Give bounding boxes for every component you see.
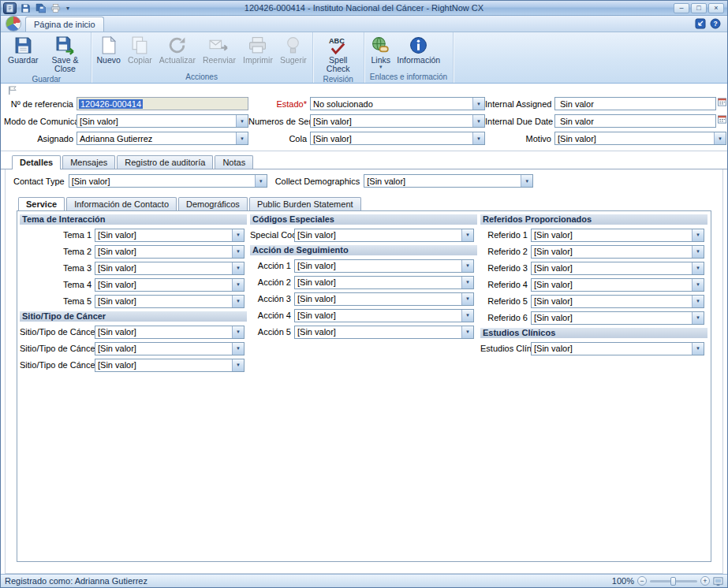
referido-5-dropdown[interactable]: [Sin valor]▼ — [531, 295, 704, 308]
numeros-de-servicio-dropdown[interactable]: [Sin valor]▼ — [310, 114, 485, 128]
estudios-clinicos-dropdown[interactable]: [Sin valor]▼ — [531, 342, 704, 355]
motivo-dropdown[interactable]: [Sin valor]▼ — [554, 132, 726, 145]
ribbon-informacion-button[interactable]: Información — [396, 33, 442, 72]
chevron-down-icon[interactable]: ▼ — [232, 229, 244, 241]
zoom-control: 100% − + — [612, 576, 723, 586]
chevron-down-icon[interactable]: ▼ — [232, 279, 244, 291]
tab-registro-de-auditoria[interactable]: Registro de auditoría — [117, 155, 213, 169]
minimize-button[interactable]: – — [674, 3, 689, 13]
chevron-down-icon[interactable]: ▼ — [461, 293, 473, 305]
modo-de-comunicarse-dropdown[interactable]: [Sin valor]▼ — [77, 114, 248, 128]
close-button[interactable]: × — [708, 3, 724, 13]
asignado-dropdown[interactable]: Adrianna Gutierrez▼ — [77, 132, 248, 145]
options-icon[interactable] — [695, 18, 706, 29]
chevron-down-icon[interactable]: ▼ — [692, 246, 704, 258]
referido-4-dropdown[interactable]: [Sin valor]▼ — [531, 278, 704, 292]
zoom-slider-thumb[interactable] — [670, 577, 676, 586]
help-icon[interactable]: ? — [710, 18, 721, 29]
chevron-down-icon[interactable]: ▼ — [461, 260, 473, 272]
qat-customize-chevron-icon[interactable]: ▾ — [65, 5, 71, 12]
tab-mensajes[interactable]: Mensajes — [62, 155, 115, 169]
zoom-out-button[interactable]: − — [637, 576, 647, 586]
chevron-down-icon[interactable]: ▼ — [714, 132, 726, 144]
save-icon[interactable] — [20, 2, 32, 13]
chevron-down-icon[interactable]: ▼ — [692, 343, 704, 355]
accion-1-dropdown[interactable]: [Sin valor]▼ — [294, 259, 474, 273]
ribbon-save-close-button[interactable]: Save & Close — [43, 33, 88, 74]
chevron-down-icon[interactable]: ▼ — [232, 343, 244, 355]
tabstrip-right-icons: ? — [695, 18, 724, 29]
field-row: Referido 3[Sin valor]▼ — [480, 262, 707, 274]
print-icon[interactable] — [50, 2, 62, 13]
tema-1-dropdown[interactable]: [Sin valor]▼ — [95, 229, 245, 242]
chevron-down-icon[interactable]: ▼ — [692, 296, 704, 307]
chevron-down-icon[interactable]: ▼ — [521, 175, 532, 187]
chevron-down-icon[interactable]: ▼ — [472, 132, 484, 144]
referido-6-dropdown[interactable]: [Sin valor]▼ — [531, 311, 704, 325]
chevron-down-icon[interactable]: ▼ — [232, 326, 244, 338]
cola-dropdown[interactable]: [Sin valor]▼ — [310, 132, 485, 145]
chevron-down-icon[interactable]: ▼ — [232, 296, 244, 307]
chevron-down-icon[interactable]: ▼ — [255, 175, 267, 187]
accion-3-dropdown[interactable]: [Sin valor]▼ — [294, 292, 474, 306]
referido-2-dropdown[interactable]: [Sin valor]▼ — [531, 245, 704, 259]
chevron-down-icon[interactable]: ▼ — [692, 312, 704, 324]
tab-detalles[interactable]: Detalles — [12, 155, 61, 169]
tema-4-dropdown[interactable]: [Sin valor]▼ — [95, 278, 245, 292]
internal-due-date-field[interactable]: Sin valor — [554, 114, 716, 128]
collect-demographics-dropdown[interactable]: [Sin valor]▼ — [364, 174, 533, 188]
field-label: Modo de Comunicarse — [4, 117, 77, 126]
estado-dropdown[interactable]: No solucionado▼ — [310, 97, 485, 110]
internal-assigned-date-field[interactable]: Sin valor — [554, 97, 716, 110]
chevron-down-icon[interactable]: ▼ — [461, 229, 473, 241]
ribbon-guardar-button[interactable]: Guardar — [5, 33, 42, 74]
reference-number-field[interactable]: 120426-000414 — [77, 97, 248, 110]
tema-2-dropdown[interactable]: [Sin valor]▼ — [95, 245, 245, 259]
chevron-down-icon[interactable]: ▼ — [232, 246, 244, 258]
calendar-icon[interactable] — [718, 115, 726, 127]
chevron-down-icon[interactable]: ▼ — [472, 98, 484, 110]
accion-4-dropdown[interactable]: [Sin valor]▼ — [294, 309, 474, 322]
chevron-down-icon[interactable]: ▼ — [232, 262, 244, 274]
tab-notas[interactable]: Notas — [215, 155, 253, 169]
maximize-button[interactable]: □ — [691, 3, 707, 13]
zoom-in-button[interactable]: + — [700, 576, 710, 586]
tab-demograficos[interactable]: Demográficos — [178, 197, 248, 210]
dropdown-value: [Sin valor] — [95, 326, 232, 338]
calendar-icon[interactable] — [718, 98, 726, 110]
ribbon-links-button[interactable]: Links▾ — [367, 33, 395, 72]
save-all-icon[interactable] — [35, 2, 47, 13]
referido-3-dropdown[interactable]: [Sin valor]▼ — [531, 262, 704, 275]
tema-3-dropdown[interactable]: [Sin valor]▼ — [95, 262, 245, 275]
chevron-down-icon[interactable]: ▼ — [692, 262, 704, 274]
accion-5-dropdown[interactable]: [Sin valor]▼ — [294, 326, 474, 339]
service-column-3: Referidos ProporcionadosReferido 1[Sin v… — [480, 214, 707, 359]
app-menu-icon[interactable] — [3, 2, 17, 14]
tema-5-dropdown[interactable]: [Sin valor]▼ — [95, 295, 245, 308]
special-code-dropdown[interactable]: [Sin valor]▼ — [294, 229, 474, 242]
field-label: Referido 4 — [480, 280, 531, 289]
chevron-down-icon[interactable]: ▼ — [472, 115, 484, 127]
chevron-down-icon[interactable]: ▼ — [461, 277, 473, 288]
sitio-tipo-de-cancer-2-dropdown[interactable]: [Sin valor]▼ — [95, 342, 245, 355]
accion-2-dropdown[interactable]: [Sin valor]▼ — [294, 276, 474, 289]
tab-informacion-de-contacto[interactable]: Información de Contacto — [66, 197, 177, 210]
chevron-down-icon[interactable]: ▼ — [692, 279, 704, 291]
chevron-down-icon[interactable]: ▼ — [461, 310, 473, 322]
tab-pagina-de-inicio[interactable]: Página de inicio — [25, 17, 104, 32]
sitio-tipo-de-cancer-1-dropdown[interactable]: [Sin valor]▼ — [95, 326, 245, 339]
zoom-slider[interactable] — [650, 580, 697, 582]
ribbon-spell-check-button[interactable]: ABCSpell Check — [315, 33, 361, 74]
tab-public-burden-statement[interactable]: Public Burden Statement — [249, 197, 361, 210]
fit-screen-icon[interactable] — [713, 576, 723, 586]
chevron-down-icon[interactable]: ▼ — [236, 132, 248, 144]
contact-type-dropdown[interactable]: [Sin valor]▼ — [69, 174, 267, 188]
tab-service[interactable]: Service — [18, 197, 65, 211]
referido-1-dropdown[interactable]: [Sin valor]▼ — [531, 229, 704, 242]
sitio-tipo-de-cancer-3-dropdown[interactable]: [Sin valor]▼ — [95, 359, 245, 372]
chevron-down-icon[interactable]: ▼ — [232, 359, 244, 371]
chevron-down-icon[interactable]: ▼ — [236, 115, 248, 127]
chevron-down-icon[interactable]: ▼ — [461, 326, 473, 338]
ribbon-nuevo-button[interactable]: Nuevo — [94, 33, 124, 72]
chevron-down-icon[interactable]: ▼ — [692, 229, 704, 241]
